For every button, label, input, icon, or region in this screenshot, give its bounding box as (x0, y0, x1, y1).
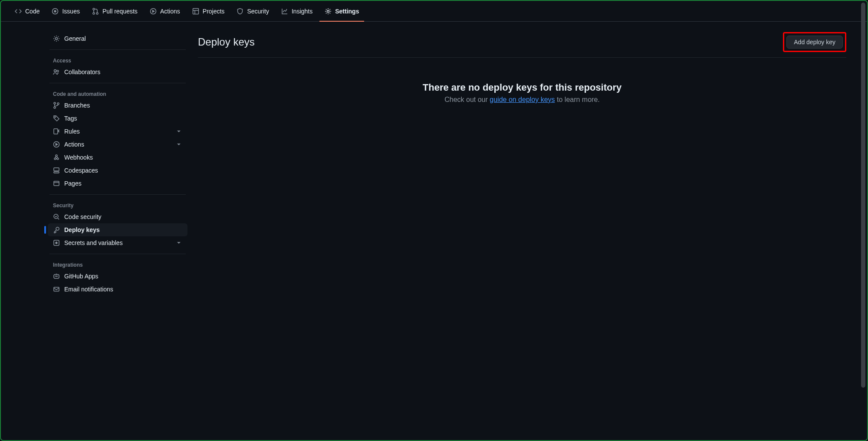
sidebar-item-label: Secrets and variables (64, 239, 123, 246)
empty-suffix: to learn more. (555, 96, 600, 103)
scrollbar[interactable] (861, 2, 866, 439)
tag-icon (53, 115, 60, 122)
main-header: Deploy keys Add deploy key (198, 32, 846, 58)
sidebar-item-label: GitHub Apps (64, 273, 99, 280)
tab-label: Issues (62, 8, 79, 15)
sidebar-item-rules[interactable]: Rules (48, 125, 187, 138)
sidebar-item-branches[interactable]: Branches (48, 99, 187, 112)
tab-settings[interactable]: Settings (319, 1, 364, 21)
empty-state: There are no deploy keys for this reposi… (198, 58, 846, 128)
sidebar-item-label: General (64, 35, 86, 42)
sidebar-item-codespaces[interactable]: Codespaces (48, 164, 187, 177)
add-deploy-key-button[interactable]: Add deploy key (786, 36, 843, 49)
svg-rect-15 (54, 129, 58, 134)
scrollbar-thumb[interactable] (861, 3, 865, 388)
divider (49, 194, 186, 195)
sidebar-item-label: Codespaces (64, 167, 98, 174)
highlight-annotation: Add deploy key (783, 32, 846, 52)
pr-icon (92, 8, 99, 15)
sidebar-heading-security: Security (48, 199, 187, 210)
svg-rect-27 (54, 287, 59, 291)
tab-insights[interactable]: Insights (276, 1, 318, 21)
rules-icon (53, 128, 60, 135)
empty-prefix: Check out our (444, 96, 490, 103)
divider (49, 254, 186, 254)
svg-rect-22 (54, 181, 59, 186)
svg-point-10 (57, 70, 59, 72)
sidebar-item-tags[interactable]: Tags (48, 112, 187, 125)
tab-issues[interactable]: Issues (46, 1, 85, 21)
empty-state-subtitle: Check out our guide on deploy keys to le… (207, 96, 838, 104)
svg-point-9 (54, 70, 56, 72)
gear-icon (53, 35, 60, 42)
sidebar-item-code-security[interactable]: Code security (48, 210, 187, 223)
tab-label: Actions (160, 8, 180, 15)
issue-icon (52, 8, 59, 15)
svg-rect-6 (193, 8, 198, 14)
sidebar-item-email-notifications[interactable]: Email notifications (48, 283, 187, 296)
tab-projects[interactable]: Projects (187, 1, 230, 21)
play-icon (53, 141, 60, 148)
empty-state-title: There are no deploy keys for this reposi… (207, 82, 838, 93)
tab-code[interactable]: Code (10, 1, 45, 21)
asterisk-icon (53, 239, 60, 246)
sidebar-item-actions[interactable]: Actions (48, 138, 187, 151)
svg-rect-20 (54, 168, 59, 171)
webhook-icon (53, 154, 60, 161)
key-icon (53, 226, 60, 233)
svg-point-13 (57, 103, 59, 105)
sidebar-item-general[interactable]: General (48, 32, 187, 45)
divider (49, 49, 186, 50)
code-icon (15, 8, 22, 15)
sidebar-heading-access: Access (48, 54, 187, 65)
sidebar-item-label: Tags (64, 115, 77, 122)
svg-point-18 (57, 158, 59, 160)
svg-point-17 (54, 158, 56, 160)
tab-label: Pull requests (102, 8, 138, 15)
settings-sidebar: General Access Collaborators Code and au… (44, 22, 187, 440)
sidebar-item-pages[interactable]: Pages (48, 177, 187, 190)
table-icon (192, 8, 199, 15)
page-title: Deploy keys (198, 36, 255, 48)
repo-top-nav: Code Issues Pull requests Actions Projec… (1, 1, 867, 22)
chevron-down-icon (175, 141, 182, 148)
svg-point-1 (54, 10, 56, 12)
codespaces-icon (53, 167, 60, 174)
svg-point-11 (54, 102, 56, 104)
svg-point-3 (93, 13, 95, 14)
tab-security[interactable]: Security (231, 1, 274, 21)
people-icon (53, 69, 60, 75)
tab-pull-requests[interactable]: Pull requests (87, 1, 143, 21)
sidebar-item-github-apps[interactable]: GitHub Apps (48, 270, 187, 283)
tab-label: Security (247, 8, 269, 15)
sidebar-item-label: Actions (64, 141, 84, 148)
tab-label: Settings (335, 8, 359, 15)
branch-icon (53, 102, 60, 109)
sidebar-item-label: Code security (64, 213, 102, 220)
sidebar-heading-code-automation: Code and automation (48, 88, 187, 99)
svg-point-2 (93, 8, 95, 10)
tab-label: Insights (292, 8, 312, 15)
chevron-down-icon (175, 128, 182, 135)
play-icon (150, 8, 157, 15)
sidebar-item-webhooks[interactable]: Webhooks (48, 151, 187, 164)
svg-rect-21 (54, 172, 59, 173)
sidebar-item-label: Branches (64, 102, 90, 109)
sidebar-heading-integrations: Integrations (48, 258, 187, 270)
sidebar-item-label: Collaborators (64, 69, 100, 75)
svg-point-14 (55, 117, 56, 118)
sidebar-item-label: Rules (64, 128, 80, 135)
gear-icon (325, 8, 332, 15)
svg-point-8 (56, 38, 58, 40)
tab-actions[interactable]: Actions (145, 1, 185, 21)
sidebar-item-secrets-variables[interactable]: Secrets and variables (48, 236, 187, 249)
sidebar-item-deploy-keys[interactable]: Deploy keys (48, 223, 187, 236)
tab-label: Projects (203, 8, 225, 15)
sidebar-item-collaborators[interactable]: Collaborators (48, 65, 187, 78)
shield-icon (237, 8, 243, 15)
sidebar-item-label: Pages (64, 180, 82, 187)
guide-link[interactable]: guide on deploy keys (490, 96, 555, 103)
tab-label: Code (25, 8, 39, 15)
graph-icon (281, 8, 288, 15)
chevron-down-icon (175, 239, 182, 246)
